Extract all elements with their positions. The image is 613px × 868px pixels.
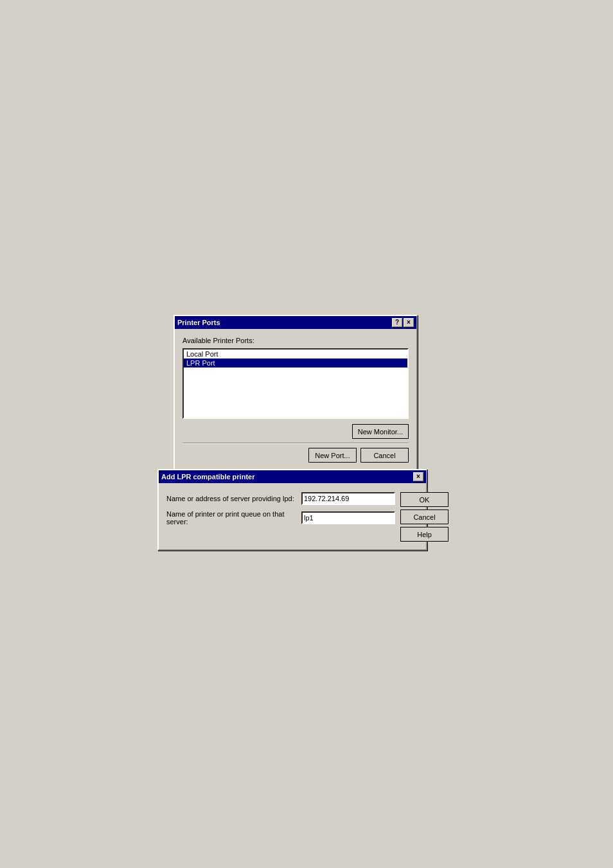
printer-label: Name of printer or print queue on that s…: [166, 510, 301, 526]
titlebar-buttons: ? ×: [392, 318, 414, 327]
lpr-form-area: Name or address of server providing lpd:…: [166, 492, 418, 542]
lpr-action-buttons: OK Cancel Help: [400, 492, 449, 542]
divider: [182, 443, 409, 444]
lpr-ok-button[interactable]: OK: [400, 492, 449, 507]
server-label: Name or address of server providing lpd:: [166, 495, 301, 502]
server-input[interactable]: [301, 492, 395, 505]
lpr-body: Name or address of server providing lpd:…: [159, 483, 426, 549]
available-ports-label: Available Printer Ports:: [182, 337, 409, 344]
lpr-cancel-button[interactable]: Cancel: [400, 509, 449, 524]
cancel-button[interactable]: Cancel: [360, 448, 409, 463]
lpr-close-button[interactable]: ×: [413, 472, 423, 481]
monitor-btn-row: New Monitor...: [182, 424, 409, 439]
bottom-btn-row: New Port... Cancel: [182, 448, 409, 463]
close-button[interactable]: ×: [404, 318, 414, 327]
printer-input[interactable]: [301, 511, 395, 524]
add-lpr-dialog: Add LPR compatible printer × Name or add…: [157, 469, 427, 551]
printer-ports-titlebar: Printer Ports ? ×: [175, 316, 416, 329]
lpr-help-button[interactable]: Help: [400, 527, 449, 542]
list-item-local-port[interactable]: Local Port: [184, 350, 407, 359]
lpr-titlebar: Add LPR compatible printer ×: [159, 470, 426, 483]
dialog-body: Available Printer Ports: Local Port LPR …: [175, 329, 416, 469]
lpr-titlebar-buttons: ×: [413, 472, 423, 481]
printer-ports-title: Printer Ports: [177, 319, 220, 326]
printer-ports-dialog: Printer Ports ? × Available Printer Port…: [173, 315, 418, 470]
available-label-text: Available Printer Ports:: [182, 337, 254, 344]
new-monitor-button[interactable]: New Monitor...: [352, 424, 409, 439]
ports-listbox[interactable]: Local Port LPR Port: [182, 348, 409, 419]
server-row: Name or address of server providing lpd:: [166, 492, 395, 505]
new-port-button[interactable]: New Port...: [308, 448, 357, 463]
lpr-fields: Name or address of server providing lpd:…: [166, 492, 395, 531]
lpr-title: Add LPR compatible printer: [161, 473, 254, 481]
list-item-lpr-port[interactable]: LPR Port: [184, 359, 407, 368]
help-button[interactable]: ?: [392, 318, 402, 327]
printer-row: Name of printer or print queue on that s…: [166, 510, 395, 526]
